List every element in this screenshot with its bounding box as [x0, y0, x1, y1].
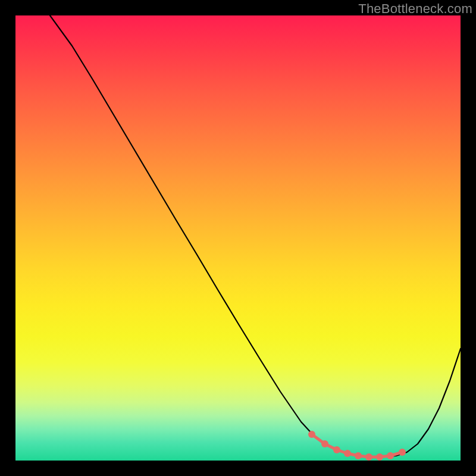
highlight-dot: [308, 431, 315, 438]
bottleneck-curve-line: [50, 15, 461, 457]
watermark-text: TheBottleneck.com: [358, 1, 472, 17]
highlight-dots-group: [308, 431, 406, 461]
chart-svg: [15, 15, 461, 461]
highlight-dot: [321, 440, 328, 447]
chart-plot-area: [15, 15, 461, 461]
highlight-dot: [399, 449, 406, 456]
outer-black-frame: TheBottleneck.com: [0, 0, 476, 476]
highlight-dot: [344, 450, 351, 457]
highlight-dot: [387, 452, 394, 459]
highlight-dot: [376, 453, 383, 461]
highlight-dot: [365, 453, 372, 461]
highlight-dot: [355, 452, 362, 459]
highlight-dot: [333, 446, 340, 453]
